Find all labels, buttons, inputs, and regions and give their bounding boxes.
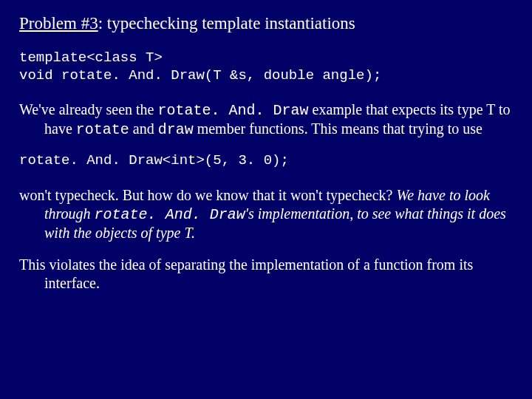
title-underlined: Problem #3 bbox=[19, 14, 98, 33]
code-declaration: template<class T> void rotate. And. Draw… bbox=[19, 50, 513, 85]
p2-code-italic: rotate. And. Draw bbox=[95, 206, 245, 223]
paragraph-2: won't typecheck. But how do we know that… bbox=[19, 186, 513, 242]
slide-title: Problem #3: typechecking template instan… bbox=[19, 13, 513, 35]
p1-code-3: draw bbox=[158, 121, 194, 138]
paragraph-3: This violates the idea of separating the… bbox=[19, 256, 513, 293]
p1-code-1: rotate. And. Draw bbox=[157, 102, 308, 119]
p2-a: won't typecheck. But how do we know that… bbox=[19, 187, 396, 203]
paragraph-1: We've already seen the rotate. And. Draw… bbox=[19, 100, 513, 139]
p1-a: We've already seen the bbox=[19, 101, 157, 117]
p1-e: and bbox=[129, 120, 158, 137]
p1-g: member functions. This means that trying… bbox=[194, 120, 482, 137]
code-line-2: void rotate. And. Draw(T &s, double angl… bbox=[19, 67, 381, 83]
slide: Problem #3: typechecking template instan… bbox=[0, 0, 532, 399]
title-rest: : typechecking template instantiations bbox=[98, 14, 355, 33]
code-call: rotate. And. Draw<int>(5, 3. 0); bbox=[19, 152, 513, 170]
p1-code-2: rotate bbox=[76, 121, 129, 138]
code-line-1: template<class T> bbox=[19, 50, 163, 66]
